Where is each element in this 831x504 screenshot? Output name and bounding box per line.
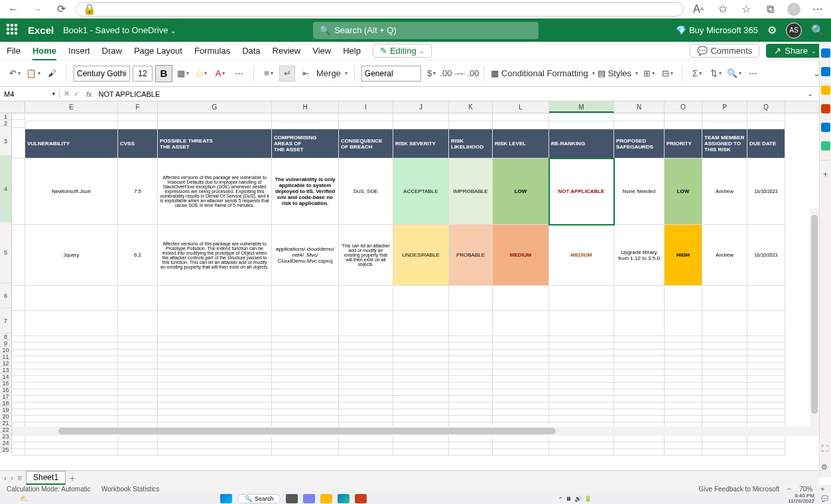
- tab-file[interactable]: File: [7, 42, 21, 60]
- format-painter-button[interactable]: 🖌: [44, 66, 60, 82]
- autosum-button[interactable]: Σ: [689, 66, 705, 82]
- volume-icon[interactable]: 🔊: [574, 495, 582, 502]
- sort-filter-button[interactable]: ⇅: [708, 66, 724, 82]
- merge-button[interactable]: Merge: [316, 68, 348, 78]
- weather-icon[interactable]: ⛅: [20, 495, 28, 502]
- col-header-K[interactable]: K: [449, 101, 493, 113]
- col-header-P[interactable]: P: [702, 101, 747, 113]
- paste-button[interactable]: 📋: [25, 66, 41, 82]
- explorer-icon[interactable]: [320, 494, 332, 503]
- tab-help[interactable]: Help: [343, 42, 361, 60]
- sheet-prev-button[interactable]: ‹: [4, 473, 7, 483]
- side-settings-icon[interactable]: ⚙: [821, 463, 830, 472]
- buy-m365-button[interactable]: 💎 Buy Microsoft 365: [676, 25, 758, 35]
- number-format-select[interactable]: [361, 66, 421, 82]
- clock[interactable]: 8:40 PM 11/28/2022: [788, 493, 814, 504]
- tab-review[interactable]: Review: [273, 42, 301, 60]
- favorites-icon[interactable]: ☆: [737, 0, 755, 19]
- horizontal-scrollbar[interactable]: [12, 426, 810, 436]
- bold-button[interactable]: B: [155, 65, 172, 82]
- row-header-5[interactable]: 5: [0, 222, 12, 283]
- font-color-button[interactable]: A: [212, 66, 228, 82]
- comments-button[interactable]: 💬 Comments: [690, 44, 759, 58]
- selected-cell[interactable]: NOT APPLICABLE: [549, 158, 614, 225]
- chat-icon[interactable]: [303, 494, 315, 503]
- browser-refresh[interactable]: ⟳: [52, 0, 70, 19]
- more-font-button[interactable]: ⋯: [231, 66, 247, 82]
- tab-view[interactable]: View: [312, 42, 331, 60]
- tab-formulas[interactable]: Formulas: [194, 42, 230, 60]
- styles-button[interactable]: ▤ Styles: [598, 68, 638, 78]
- col-header-N[interactable]: N: [614, 101, 665, 113]
- col-header-G[interactable]: G: [158, 101, 272, 113]
- sheet-next-button[interactable]: ›: [11, 473, 13, 483]
- browser-forward[interactable]: →: [28, 0, 46, 19]
- side-office-icon[interactable]: [821, 104, 830, 113]
- fx-icon[interactable]: fx: [84, 90, 95, 98]
- col-header-F[interactable]: F: [118, 101, 158, 113]
- formula-expand-button[interactable]: ⌄: [802, 86, 818, 102]
- battery-icon[interactable]: 🔋: [584, 495, 592, 502]
- side-briefcase-icon[interactable]: [821, 86, 830, 95]
- tab-data[interactable]: Data: [242, 42, 260, 60]
- sheet-tab[interactable]: Sheet1: [26, 471, 66, 485]
- borders-button[interactable]: ▦: [175, 66, 191, 82]
- font-size-input[interactable]: [133, 66, 153, 82]
- search-side-icon[interactable]: 🔍: [811, 24, 824, 36]
- favorites-add-icon[interactable]: ✩: [713, 0, 732, 19]
- doc-title[interactable]: Book1 - Saved to OneDrive ⌄: [63, 25, 176, 35]
- row-header-7[interactable]: 7: [0, 308, 12, 334]
- decrease-decimal-button[interactable]: ←.00: [461, 66, 477, 82]
- col-header-I[interactable]: I: [339, 101, 393, 113]
- editing-mode[interactable]: ✎ Editing ⌄: [373, 44, 432, 58]
- font-size-icon[interactable]: AA: [689, 0, 708, 19]
- start-button[interactable]: [220, 494, 232, 503]
- side-teams-icon[interactable]: [821, 141, 830, 151]
- collections-icon[interactable]: ⧉: [761, 0, 779, 19]
- zoom-out-button[interactable]: −: [787, 485, 791, 493]
- vertical-scrollbar[interactable]: [810, 208, 819, 436]
- col-header-L[interactable]: L: [493, 101, 549, 113]
- network-icon[interactable]: 🖥: [566, 495, 572, 502]
- tab-insert[interactable]: Insert: [68, 42, 90, 60]
- all-sheets-button[interactable]: ≡: [17, 473, 22, 483]
- app-icon[interactable]: [355, 494, 367, 503]
- row-header-2[interactable]: 2: [0, 120, 12, 127]
- workbook-stats-button[interactable]: Workbook Statistics: [101, 485, 160, 493]
- url-bar[interactable]: 🔒: [76, 2, 684, 17]
- app-launcher-icon[interactable]: [7, 24, 20, 37]
- currency-button[interactable]: $: [424, 66, 440, 82]
- row-header-4[interactable]: 4: [0, 156, 12, 222]
- grid-cells[interactable]: VULNERABILITY CVSS POSSIBLE THREATS THE …: [12, 113, 819, 456]
- col-header-O[interactable]: O: [665, 101, 702, 113]
- zoom-in-button[interactable]: +: [820, 485, 824, 493]
- align-button[interactable]: ≡: [261, 66, 277, 82]
- indent-button[interactable]: ⇤: [298, 66, 314, 82]
- cancel-formula-icon[interactable]: ✕: [64, 90, 70, 98]
- more-icon[interactable]: ⋯: [808, 0, 827, 19]
- side-tag-icon[interactable]: [821, 67, 830, 76]
- search-input[interactable]: 🔍 Search (Alt + Q): [313, 22, 539, 39]
- feedback-button[interactable]: Give Feedback to Microsoft: [699, 485, 780, 493]
- col-header-H[interactable]: H: [272, 101, 339, 113]
- row-header-25[interactable]: 25: [0, 446, 12, 453]
- col-header-M[interactable]: M: [549, 101, 614, 113]
- taskbar-search[interactable]: 🔍 Search: [237, 494, 281, 503]
- col-header-E[interactable]: E: [25, 101, 118, 113]
- wrap-text-button[interactable]: ↵: [279, 66, 295, 82]
- col-header-J[interactable]: J: [393, 101, 449, 113]
- increase-decimal-button[interactable]: .00→: [442, 66, 458, 82]
- avatar[interactable]: AS: [786, 23, 802, 38]
- more-tools-button[interactable]: ⋯: [745, 66, 761, 82]
- fill-color-button[interactable]: ◇: [194, 66, 210, 82]
- task-view-icon[interactable]: [286, 494, 298, 503]
- profile-icon[interactable]: [785, 0, 803, 19]
- settings-icon[interactable]: ⚙: [767, 24, 777, 36]
- enter-formula-icon[interactable]: ✓: [74, 90, 80, 98]
- side-fullscreen-icon[interactable]: ⛶: [821, 444, 830, 454]
- formula-input[interactable]: NOT APPLICABLE: [95, 90, 802, 98]
- notifications-icon[interactable]: 💬: [821, 495, 828, 502]
- row-header-6[interactable]: 6: [0, 283, 12, 308]
- font-select[interactable]: [74, 66, 130, 82]
- conditional-formatting-button[interactable]: ▦ Conditional Formatting: [491, 68, 595, 78]
